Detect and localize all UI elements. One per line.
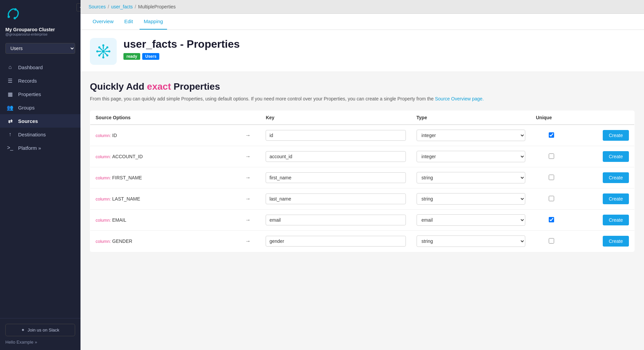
td-source-options: column:EMAIL: [90, 210, 236, 231]
slack-button[interactable]: ✦ Join us on Slack: [5, 324, 75, 336]
th-unique: Unique: [531, 111, 572, 125]
svg-point-2: [8, 16, 10, 18]
table-row: column:GENDER→integerstringfloatbooleand…: [90, 231, 635, 252]
column-name: LAST_NAME: [112, 196, 140, 202]
heading-suffix: Properties: [171, 81, 220, 92]
th-key: Key: [260, 111, 411, 125]
column-label: column:: [96, 218, 111, 223]
source-overview-link[interactable]: Source Overview page.: [435, 96, 484, 101]
sidebar-item-platform[interactable]: >_ Platform »: [0, 141, 80, 155]
unique-checkbox[interactable]: [549, 132, 554, 138]
sidebar-collapse-button[interactable]: [76, 3, 80, 11]
td-action: Create: [572, 146, 635, 167]
breadcrumb-user-facts[interactable]: user_facts: [111, 4, 133, 9]
tab-overview[interactable]: Overview: [89, 14, 118, 30]
table-row: column:LAST_NAME→integerstringfloatboole…: [90, 188, 635, 210]
unique-checkbox[interactable]: [549, 238, 554, 244]
unique-checkbox[interactable]: [549, 175, 554, 180]
unique-checkbox[interactable]: [549, 154, 554, 159]
tab-edit[interactable]: Edit: [120, 14, 137, 30]
create-button[interactable]: Create: [603, 236, 629, 247]
table-header: Source Options Key Type Unique: [90, 111, 635, 125]
td-source-options: column:LAST_NAME: [90, 188, 236, 210]
td-type: integerstringfloatbooleandateemailurlpho…: [411, 167, 531, 188]
td-key: [260, 231, 411, 252]
source-logo-icon: [94, 42, 113, 61]
breadcrumb-sep-1: /: [108, 4, 109, 9]
type-select[interactable]: integerstringfloatbooleandateemailurlpho…: [417, 235, 525, 247]
td-key: [260, 167, 411, 188]
svg-point-8: [96, 50, 98, 52]
key-input[interactable]: [266, 130, 406, 141]
create-button[interactable]: Create: [603, 130, 629, 141]
sidebar-bottom: ✦ Join us on Slack Hello Example »: [0, 318, 80, 350]
key-input[interactable]: [266, 172, 406, 183]
upload-icon: ↑: [7, 131, 13, 138]
heading-prefix: Quickly Add: [90, 81, 147, 92]
table-row: column:EMAIL→integerstringfloatbooleanda…: [90, 210, 635, 231]
slack-icon: ✦: [21, 327, 25, 333]
unique-checkbox[interactable]: [549, 217, 554, 222]
td-unique: [531, 231, 572, 252]
column-label: column:: [96, 154, 111, 159]
sidebar-item-records[interactable]: ☰ Records: [0, 74, 80, 87]
td-type: integerstringfloatbooleandateemailurlpho…: [411, 231, 531, 252]
type-select[interactable]: integerstringfloatbooleandateemailurlpho…: [417, 151, 525, 162]
arrow-icon: →: [245, 238, 251, 244]
key-input[interactable]: [266, 236, 406, 247]
svg-point-1: [14, 8, 17, 11]
svg-point-11: [106, 54, 108, 56]
create-button[interactable]: Create: [603, 172, 629, 183]
source-title-area: user_facts - Properties ready Users: [123, 38, 240, 60]
type-select[interactable]: integerstringfloatbooleandateemailurlpho…: [417, 172, 525, 183]
svg-point-5: [102, 50, 105, 53]
sidebar-item-dashboard[interactable]: ⌂ Dashboard: [0, 60, 80, 74]
type-select[interactable]: integerstringfloatbooleandateemailurlpho…: [417, 130, 525, 141]
home-icon: ⌂: [7, 64, 13, 71]
tab-mapping[interactable]: Mapping: [140, 14, 167, 30]
td-type: integerstringfloatbooleandateemailurlpho…: [411, 125, 531, 146]
td-unique: [531, 146, 572, 167]
arrow-icon: →: [245, 154, 251, 159]
share-icon: ⇄: [7, 118, 13, 124]
type-select[interactable]: integerstringfloatbooleandateemailurlpho…: [417, 214, 525, 226]
svg-point-6: [102, 44, 104, 46]
sidebar-item-properties[interactable]: ▦ Properties: [0, 87, 80, 101]
td-type: integerstringfloatbooleandateemailurlpho…: [411, 146, 531, 167]
hello-link[interactable]: Hello Example »: [5, 340, 75, 345]
sidebar-item-groups[interactable]: 👥 Groups: [0, 101, 80, 114]
main-content: Sources / user_facts / MultiplePropertie…: [80, 0, 644, 350]
td-arrow: →: [235, 188, 260, 210]
sidebar-item-destinations[interactable]: ↑ Destinations: [0, 128, 80, 141]
user-type-select[interactable]: Users Admins All: [5, 43, 75, 54]
create-button[interactable]: Create: [603, 193, 629, 204]
svg-marker-0: [80, 6, 80, 9]
type-select[interactable]: integerstringfloatbooleandateemailurlpho…: [417, 193, 525, 205]
badge-users: Users: [142, 53, 159, 60]
create-button[interactable]: Create: [603, 151, 629, 162]
column-name: EMAIL: [112, 217, 126, 223]
column-name: ID: [112, 133, 117, 138]
key-input[interactable]: [266, 151, 406, 162]
sidebar-item-label: Platform »: [18, 145, 41, 151]
breadcrumb-sep-2: /: [135, 4, 136, 9]
th-type: Type: [411, 111, 531, 125]
key-input[interactable]: [266, 215, 406, 225]
key-input[interactable]: [266, 193, 406, 204]
unique-checkbox[interactable]: [549, 196, 554, 201]
sidebar-item-label: Destinations: [18, 132, 46, 137]
sidebar-item-label: Sources: [18, 118, 38, 124]
arrow-icon: →: [245, 175, 251, 180]
td-unique: [531, 125, 572, 146]
sidebar-item-sources[interactable]: ⇄ Sources: [0, 114, 80, 128]
create-button[interactable]: Create: [603, 215, 629, 225]
column-label: column:: [96, 175, 111, 180]
td-unique: [531, 167, 572, 188]
table-row: column:ACCOUNT_ID→integerstringfloatbool…: [90, 146, 635, 167]
source-title: user_facts - Properties: [123, 38, 240, 50]
svg-point-10: [98, 46, 100, 48]
source-icon: [90, 38, 117, 65]
breadcrumb-sources[interactable]: Sources: [89, 4, 106, 9]
td-action: Create: [572, 210, 635, 231]
td-type: integerstringfloatbooleandateemailurlpho…: [411, 210, 531, 231]
